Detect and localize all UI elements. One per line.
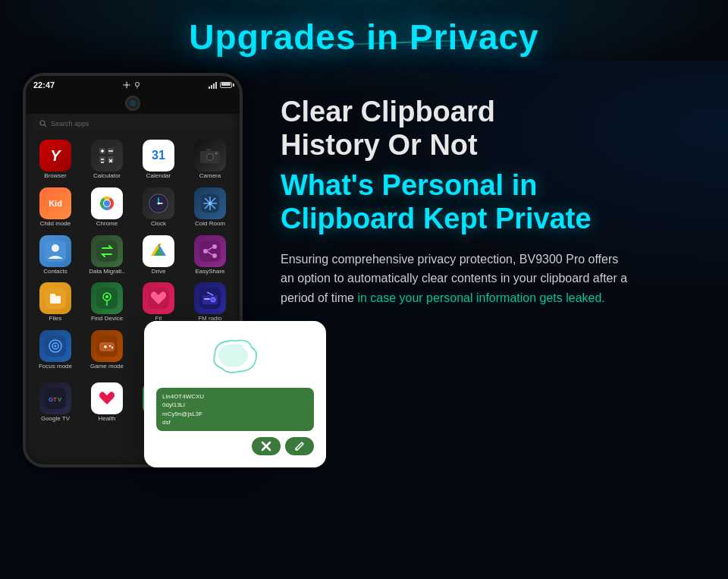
location-icon <box>133 81 141 89</box>
app-chrome-label: Chrome <box>96 221 118 228</box>
app-health-label: Health <box>98 416 115 423</box>
right-content: Clear ClipboardHistory Or Not What's Per… <box>281 73 698 308</box>
health-icon <box>91 382 123 414</box>
app-drive[interactable]: Drive <box>133 232 184 278</box>
app-google-tv-label: Google TV <box>41 416 70 423</box>
svg-point-46 <box>212 253 217 258</box>
svg-point-69 <box>111 347 113 348</box>
camera-app-icon <box>194 140 226 171</box>
page-header: Upgrades in Privacy <box>0 0 728 58</box>
content-subheading: What's Personal inClipboard Kept Private <box>281 169 698 235</box>
app-calculator[interactable]: Calculator <box>82 137 132 183</box>
app-camera-label: Camera <box>199 173 221 180</box>
app-contacts-label: Contacts <box>43 269 67 275</box>
svg-text:V: V <box>58 396 62 403</box>
app-files[interactable]: Files <box>30 279 80 326</box>
svg-point-2 <box>126 87 127 89</box>
clipboard-text-preview: Lln4OT4WCXU 0dyl13Ll mCy9n@jsL3F dsf <box>156 388 314 431</box>
app-browser[interactable]: Y Browser <box>30 137 80 183</box>
svg-rect-10 <box>215 82 217 89</box>
camera-lens <box>130 100 136 106</box>
game-mode-icon <box>91 330 123 362</box>
clear-icon <box>261 441 271 452</box>
app-contacts[interactable]: Contacts <box>30 232 80 278</box>
svg-point-53 <box>105 295 108 298</box>
app-camera[interactable]: Camera <box>185 137 235 183</box>
clipboard-blob <box>205 333 265 379</box>
files-icon <box>39 282 71 314</box>
focus-mode-icon <box>39 330 71 362</box>
app-game-label: Game mode <box>90 363 124 370</box>
svg-rect-28 <box>206 149 211 152</box>
contacts-icon <box>39 235 71 267</box>
app-game-mode[interactable]: Game mode <box>82 327 132 373</box>
child-mode-icon: Kid <box>39 187 71 219</box>
phone-search-bar[interactable]: Search apps <box>32 117 234 131</box>
app-browser-label: Browser <box>44 173 66 180</box>
app-health[interactable]: Health <box>82 379 132 426</box>
search-label: Search apps <box>51 120 89 127</box>
app-data-migration-label: Data Migrati.. <box>89 269 125 275</box>
svg-point-1 <box>126 82 127 83</box>
app-easyshare[interactable]: EasyShare <box>185 232 235 278</box>
clipboard-line-3: mCy9n@jsL3F <box>162 410 308 418</box>
app-calculator-label: Calculator <box>93 173 121 180</box>
fit-icon <box>143 282 174 314</box>
svg-rect-58 <box>204 298 210 300</box>
search-icon <box>39 120 47 127</box>
browser-icon: Y <box>39 140 71 171</box>
find-device-icon <box>91 282 123 314</box>
clipboard-line-4: dsf <box>162 418 308 426</box>
app-calendar[interactable]: 31 Calendar <box>133 137 184 183</box>
svg-text:T: T <box>53 396 57 403</box>
clipboard-edit-button[interactable] <box>285 437 314 455</box>
svg-point-57 <box>211 297 215 302</box>
subheading-text: What's Personal inClipboard Kept Private <box>281 169 592 234</box>
phone-top-settings <box>123 81 141 89</box>
app-drive-label: Drive <box>152 269 166 275</box>
clipboard-popup: Lln4OT4WCXU 0dyl13Ll mCy9n@jsL3F dsf <box>144 321 326 467</box>
content-body: Ensuring comprehensive privacy protectio… <box>281 250 629 308</box>
app-google-tv[interactable]: G T V Google TV <box>30 379 80 426</box>
app-easyshare-label: EasyShare <box>195 269 224 275</box>
svg-point-45 <box>212 244 217 249</box>
svg-point-32 <box>104 200 110 206</box>
svg-point-3 <box>123 84 124 86</box>
svg-rect-7 <box>209 87 210 89</box>
phone-battery-area <box>209 82 232 89</box>
page-title: Upgrades in Privacy <box>0 17 728 58</box>
fm-radio-icon <box>194 282 226 314</box>
app-cold-room-label: Cold Room <box>195 221 225 228</box>
svg-rect-8 <box>211 85 212 89</box>
edit-icon <box>294 441 305 452</box>
highlight-text: in case your personal information gets l… <box>357 291 604 304</box>
content-heading: Clear ClipboardHistory Or Not <box>281 96 698 162</box>
app-cold-room[interactable]: Cold Room <box>185 184 235 231</box>
calendar-icon: 31 <box>143 140 174 171</box>
google-tv-icon: G T V <box>39 382 71 414</box>
app-data-migration[interactable]: Data Migrati.. <box>82 232 132 278</box>
clipboard-actions <box>156 437 314 455</box>
phone-status-bar: 22:47 <box>26 76 240 93</box>
phone-camera-row <box>26 93 240 114</box>
clipboard-clear-button[interactable] <box>252 437 281 455</box>
app-fit[interactable]: Fit <box>133 279 184 326</box>
phone-camera <box>125 96 140 111</box>
app-find-device[interactable]: Find Device <box>82 279 132 326</box>
app-clock-label: Clock <box>151 221 166 228</box>
clock-icon <box>143 187 174 219</box>
settings-icon <box>123 81 130 89</box>
svg-point-4 <box>128 84 130 86</box>
app-focus-mode[interactable]: Focus mode <box>30 327 80 373</box>
blob-svg <box>205 332 265 381</box>
phone-time: 22:47 <box>33 80 55 90</box>
chrome-icon <box>91 187 123 219</box>
app-fm-radio[interactable]: FM radio <box>185 279 235 326</box>
app-child-mode[interactable]: Kid Child mode <box>30 184 80 231</box>
signal-icon <box>209 82 218 89</box>
app-chrome[interactable]: Chrome <box>82 184 132 231</box>
app-clock[interactable]: Clock <box>133 184 184 231</box>
svg-point-41 <box>52 244 59 252</box>
clipboard-line-1: Lln4OT4WCXU <box>162 392 308 401</box>
app-focus-label: Focus mode <box>39 363 72 370</box>
